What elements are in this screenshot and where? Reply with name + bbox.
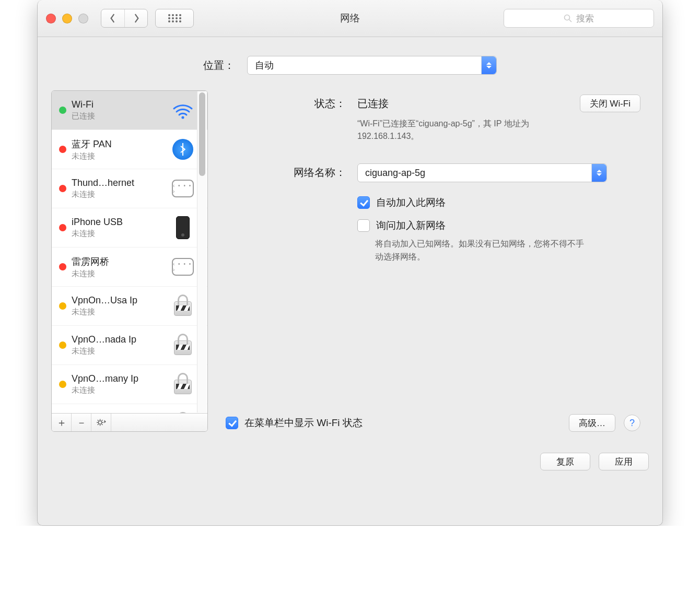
apply-button[interactable]: 应用	[599, 453, 649, 470]
vpn-lock-icon	[172, 413, 194, 413]
search-placeholder: 搜索	[576, 13, 594, 25]
svg-point-6	[176, 17, 178, 19]
scrollbar-thumb[interactable]	[199, 92, 205, 176]
help-button[interactable]: ?	[624, 415, 640, 431]
service-status: 未连接	[72, 151, 167, 161]
service-name: VpnOn…Usa Ip	[72, 295, 167, 306]
svg-point-5	[172, 17, 174, 19]
status-dot-icon	[59, 341, 66, 349]
checkbox-icon	[357, 196, 370, 209]
remove-service-button[interactable]: －	[72, 414, 91, 431]
forward-button[interactable]	[124, 9, 147, 27]
minimize-window-button[interactable]	[62, 14, 72, 23]
gear-icon	[96, 418, 107, 427]
dialog-footer: 复原 应用	[38, 445, 662, 470]
titlebar: 网络 搜索	[38, 0, 662, 37]
service-item[interactable]: iPhone USB未连接	[52, 208, 207, 248]
search-icon	[564, 14, 572, 22]
location-value: 自动	[255, 59, 274, 72]
status-dot-icon	[59, 224, 66, 231]
service-status: 未连接	[72, 385, 167, 395]
ethernet-icon: ‹ • • • ›	[172, 178, 194, 199]
grid-icon	[168, 14, 181, 23]
svg-line-23	[101, 420, 102, 421]
service-item[interactable]: 蓝牙 PAN未连接	[52, 130, 207, 169]
status-dot-icon	[59, 107, 66, 114]
service-actions-button[interactable]	[91, 414, 111, 431]
service-name: 雷雳网桥	[72, 255, 167, 268]
service-status: 未连接	[72, 190, 167, 199]
location-select[interactable]: 自动	[247, 56, 497, 75]
zoom-window-button[interactable]	[78, 14, 88, 23]
service-list-panel: Wi-Fi已连接蓝牙 PAN未连接Thund…hernet未连接‹ • • • …	[51, 90, 208, 432]
iphone-icon	[172, 217, 194, 239]
svg-point-3	[179, 14, 181, 16]
vpn-lock-icon	[172, 373, 194, 395]
ethernet-icon: ‹ • • • ›	[172, 256, 194, 278]
service-item[interactable]: Thund…hernet未连接‹ • • • ›	[52, 169, 207, 208]
location-row: 位置： 自动	[38, 37, 662, 90]
service-item[interactable]: VpnOn…Usa Ip未连接	[52, 287, 207, 326]
service-name: Wi-Fi	[72, 99, 167, 110]
question-icon: ?	[629, 418, 635, 429]
toggle-wifi-button[interactable]: 关闭 Wi-Fi	[580, 95, 640, 112]
svg-line-21	[101, 424, 102, 425]
service-list-footer: ＋ －	[52, 413, 207, 431]
service-name: Thund…hernet	[72, 178, 167, 189]
service-name: iPhone USB	[72, 217, 167, 228]
service-item[interactable]: 雷雳网桥未连接‹ • • • ›	[52, 248, 207, 287]
svg-point-14	[181, 116, 184, 119]
status-description: “Wi-Fi”已连接至“ciguang-ap-5g”，其 IP 地址为 192.…	[357, 117, 577, 143]
auto-join-label: 自动加入此网络	[376, 196, 446, 209]
status-dot-icon	[59, 146, 66, 153]
status-dot-icon	[59, 302, 66, 310]
add-service-button[interactable]: ＋	[52, 414, 72, 431]
svg-line-22	[97, 424, 98, 425]
status-label: 状态：	[226, 95, 357, 111]
vpn-lock-icon	[172, 295, 194, 317]
svg-point-8	[168, 20, 170, 22]
svg-point-10	[176, 20, 178, 22]
service-name: VpnO…many Ip	[72, 373, 167, 384]
service-item[interactable]: Wi-Fi已连接	[52, 91, 207, 130]
chevron-left-icon	[109, 14, 116, 23]
ask-join-checkbox[interactable]: 询问加入新网络	[357, 219, 640, 232]
back-button[interactable]	[101, 9, 124, 27]
show-all-prefs	[155, 9, 194, 28]
svg-point-12	[565, 15, 570, 20]
chevron-right-icon	[133, 14, 140, 23]
advanced-button[interactable]: 高级…	[569, 414, 615, 432]
scrollbar[interactable]	[197, 91, 207, 413]
service-name: VpnO…tp Uk Ip	[72, 413, 167, 413]
service-item[interactable]: VpnO…nada Ip未连接	[52, 326, 207, 365]
service-status: 未连接	[72, 229, 167, 239]
bluetooth-icon	[172, 138, 194, 160]
auto-join-checkbox[interactable]: 自动加入此网络	[357, 196, 640, 209]
service-status: 已连接	[72, 111, 167, 121]
service-status: 未连接	[72, 269, 167, 279]
svg-point-7	[179, 17, 181, 19]
location-label: 位置：	[203, 58, 235, 73]
close-window-button[interactable]	[46, 14, 56, 23]
network-preferences-window: 网络 搜索 位置： 自动 Wi-Fi已连接蓝牙 PAN未连接Thund…hern…	[37, 0, 663, 526]
svg-point-15	[98, 421, 101, 424]
service-list[interactable]: Wi-Fi已连接蓝牙 PAN未连接Thund…hernet未连接‹ • • • …	[52, 91, 207, 413]
caret-updown-icon	[481, 56, 496, 74]
revert-button[interactable]: 复原	[540, 453, 590, 470]
ask-join-hint: 将自动加入已知网络。如果没有已知网络，您将不得不手动选择网络。	[375, 238, 584, 264]
show-menubar-checkbox[interactable]: 在菜单栏中显示 Wi-Fi 状态	[226, 416, 363, 430]
svg-point-0	[168, 14, 170, 16]
show-all-button[interactable]	[156, 9, 193, 27]
status-dot-icon	[59, 263, 66, 270]
service-item[interactable]: VpnO…many Ip未连接	[52, 365, 207, 404]
network-name-select[interactable]: ciguang-ap-5g	[357, 163, 607, 182]
svg-line-20	[97, 420, 98, 421]
svg-line-13	[569, 20, 572, 22]
network-name-label: 网络名称：	[226, 163, 357, 180]
status-dot-icon	[59, 381, 66, 388]
search-input[interactable]: 搜索	[504, 9, 654, 28]
wifi-icon	[172, 99, 194, 121]
service-name: 蓝牙 PAN	[72, 138, 167, 150]
service-item[interactable]: VpnO…tp Uk Ip未连接	[52, 404, 207, 413]
svg-point-2	[176, 14, 178, 16]
